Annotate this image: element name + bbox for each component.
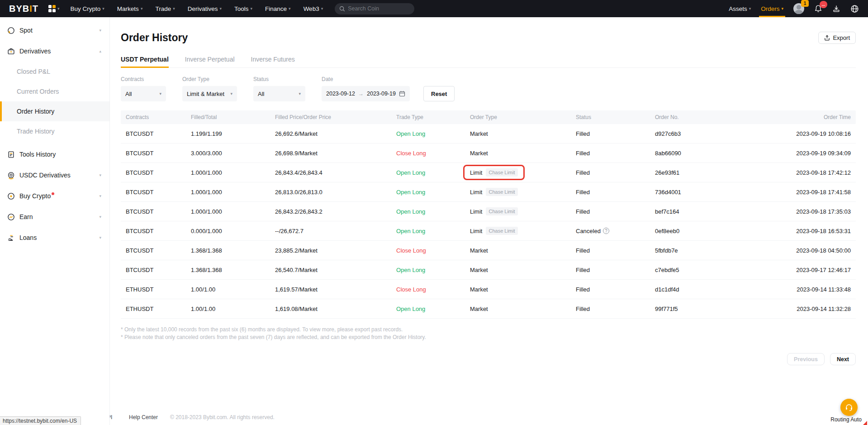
chevron-down-icon: ▾ — [57, 7, 60, 11]
cell-filled-total: 3.000/3.000 — [191, 150, 275, 157]
filter-bar: Contracts All ▾ Order Type Limit & Marke… — [121, 76, 857, 101]
next-page-button[interactable]: Next — [830, 353, 856, 365]
date-range-picker[interactable]: 2023-09-12 → 2023-09-19 — [322, 86, 410, 101]
bybit-logo[interactable]: BYBIT — [9, 4, 38, 14]
cell-filled-price: 1,619.57/Market — [275, 286, 396, 293]
cell-order-time: 2023-09-14 11:33:48 — [745, 286, 851, 293]
nav-tools[interactable]: Tools▾ — [234, 5, 252, 12]
search-box[interactable] — [335, 3, 414, 14]
nav-finance[interactable]: Finance▾ — [265, 5, 291, 12]
tab-inverse-perpetual[interactable]: Inverse Perpetual — [185, 56, 235, 67]
search-input[interactable] — [348, 5, 407, 12]
cell-trade-type: Open Long — [396, 267, 470, 273]
nav-buy-crypto[interactable]: Buy Crypto▾ — [71, 5, 104, 12]
cell-filled-total: 1.000/1.000 — [191, 189, 275, 196]
nav-web3[interactable]: Web3▾ — [304, 5, 323, 12]
cell-order-no: 736d4001 — [655, 189, 745, 196]
apps-grid-icon — [48, 5, 56, 12]
nav-markets[interactable]: Markets▾ — [117, 5, 143, 12]
nav-orders[interactable]: Orders▾ — [761, 0, 783, 17]
sidebar-item-trade-history[interactable]: Trade History — [0, 121, 109, 141]
cell-contracts: BTCUSDT — [126, 247, 191, 254]
usdc-derivatives-icon — [7, 171, 15, 179]
footnote: * Please note that only canceled orders … — [121, 334, 857, 341]
chevron-down-icon: ▾ — [749, 7, 751, 11]
headset-icon — [844, 403, 854, 412]
sidebar-item-tools-history[interactable]: Tools History — [0, 144, 109, 165]
sidebar-item-usdc-derivatives[interactable]: USDC Derivatives ▾ — [0, 165, 109, 186]
cell-contracts: BTCUSDT — [126, 228, 191, 234]
cell-filled-price: 23,885.2/Market — [275, 247, 396, 254]
reset-button[interactable]: Reset — [423, 86, 455, 101]
cell-contracts: BTCUSDT — [126, 267, 191, 273]
language-button[interactable] — [850, 5, 859, 13]
cell-filled-price: 26,813.0/26,813.0 — [275, 189, 396, 196]
order-type-select[interactable]: Limit & Market ▾ — [182, 86, 237, 101]
nav-derivatives[interactable]: Derivatives▾ — [188, 5, 222, 12]
contracts-select[interactable]: All ▾ — [121, 86, 166, 101]
order-history-table: Contracts Filled/Total Filled Price/Orde… — [121, 110, 856, 319]
sidebar-item-current-orders[interactable]: Current Orders — [0, 81, 109, 101]
cell-filled-total: 1.368/1.368 — [191, 247, 275, 254]
tab-usdt-perpetual[interactable]: USDT Perpetual — [121, 56, 169, 67]
sidebar-item-earn[interactable]: Earn ▾ — [0, 206, 109, 227]
chase-limit-tag: Chase Limit — [486, 227, 517, 235]
cell-filled-total: 1.00/1.00 — [191, 286, 275, 293]
status-select[interactable]: All ▾ — [253, 86, 305, 101]
notifications-button[interactable]: ... — [814, 5, 822, 13]
buy-crypto-icon — [7, 192, 15, 200]
sidebar-item-order-history[interactable]: Order History — [0, 101, 109, 121]
nav-assets[interactable]: Assets▾ — [729, 0, 751, 17]
support-chat-button[interactable] — [840, 399, 858, 416]
cell-trade-type: Close Long — [396, 286, 470, 293]
cell-contracts: ETHUSDT — [126, 286, 191, 293]
chevron-down-icon: ▾ — [99, 236, 101, 240]
cell-trade-type: Open Long — [396, 228, 470, 234]
canceled-info-icon[interactable]: ? — [603, 228, 609, 234]
chase-limit-tag: Chase Limit — [486, 168, 517, 177]
cell-filled-price: 26,692.6/Market — [275, 130, 396, 137]
cell-contracts: BTCUSDT — [126, 150, 191, 157]
cell-order-type: Market — [470, 130, 576, 137]
main-menu: Buy Crypto▾ Markets▾ Trade▾ Derivatives▾… — [71, 5, 323, 12]
cell-filled-price: 26,698.9/Market — [275, 150, 396, 157]
sidebar-item-loans[interactable]: Loans ▾ — [0, 227, 109, 248]
sidebar-item-closed-pl[interactable]: Closed P&L — [0, 62, 109, 81]
cell-status: Filled — [576, 150, 655, 157]
previous-page-button[interactable]: Previous — [787, 353, 825, 365]
cell-trade-type: Open Long — [396, 306, 470, 312]
sidebar-item-buy-crypto[interactable]: Buy Crypto ▾ — [0, 186, 109, 206]
derivatives-icon — [7, 47, 15, 55]
chevron-down-icon: ▾ — [289, 7, 291, 11]
tab-inverse-futures[interactable]: Inverse Futures — [251, 56, 295, 67]
footer-link-help-center[interactable]: Help Center — [129, 414, 170, 420]
cell-trade-type: Close Long — [396, 150, 470, 157]
cell-order-no: bef7c164 — [655, 208, 745, 215]
cell-status: Filled — [576, 306, 655, 312]
status-url: https://testnet.bybit.com/en-US — [3, 418, 77, 424]
cell-order-time: 2023-09-18 17:35:03 — [745, 208, 851, 215]
table-row: BTCUSDT 1.000/1.000 26,843.4/26,843.4 Op… — [121, 163, 856, 182]
nav-trade[interactable]: Trade▾ — [155, 5, 175, 12]
cell-filled-total: 1.368/1.368 — [191, 267, 275, 273]
spot-icon — [7, 26, 15, 34]
chevron-down-icon: ▾ — [219, 7, 222, 11]
cell-trade-type: Open Long — [396, 169, 470, 176]
cell-order-type: LimitChase Limit — [470, 207, 576, 215]
download-app-button[interactable] — [832, 5, 840, 13]
export-button[interactable]: Export — [818, 32, 856, 44]
apps-menu-button[interactable]: ▾ — [48, 5, 60, 12]
sidebar-item-derivatives[interactable]: Derivatives ▴ — [0, 41, 109, 62]
table-row: BTCUSDT 3.000/3.000 26,698.9/Market Clos… — [121, 143, 856, 163]
cell-order-time: 2023-09-18 17:41:58 — [745, 189, 851, 196]
contracts-filter-label: Contracts — [121, 76, 166, 82]
cell-order-time: 2023-09-19 10:08:16 — [745, 130, 851, 137]
cell-order-time: 2023-09-18 17:42:12 — [745, 169, 851, 176]
account-avatar-button[interactable]: 1 — [793, 3, 804, 14]
cell-trade-type: Open Long — [396, 130, 470, 137]
corner-flag — [863, 421, 867, 425]
cell-trade-type: Open Long — [396, 208, 470, 215]
cell-contracts: BTCUSDT — [126, 130, 191, 137]
cell-filled-price: 26,843.4/26,843.4 — [275, 169, 396, 176]
sidebar-item-spot[interactable]: Spot ▾ — [0, 20, 109, 41]
